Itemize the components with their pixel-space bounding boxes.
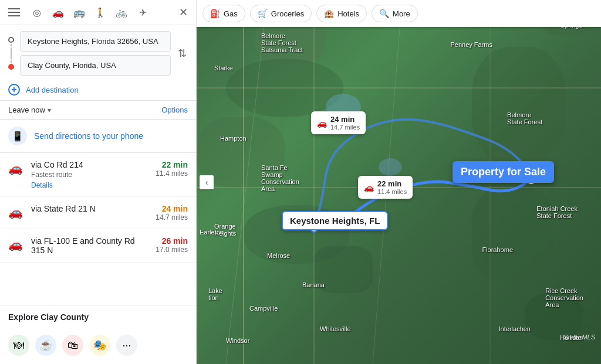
walking-mode-icon[interactable]: 🚶	[94, 6, 107, 19]
explore-entertainment-icon[interactable]: 🎭	[89, 335, 110, 356]
callout-car-icon-24: 🚗	[317, 118, 327, 128]
route-name-2: via FL-100 E and County Rd 315 N	[31, 236, 147, 255]
origin-dot	[8, 37, 14, 43]
route-dots	[8, 37, 14, 70]
destination-input[interactable]	[20, 55, 171, 76]
map-label-whitesville: Whitesville	[320, 325, 351, 332]
route-info-2: via FL-100 E and County Rd 315 N	[31, 236, 147, 255]
callout-22-info: 22 min 11.4 miles	[377, 179, 407, 195]
gas-icon: ⛽	[210, 9, 220, 18]
send-directions-row[interactable]: 📱 Send directions to your phone	[0, 120, 196, 153]
transport-mode-bar: ◎ 🚗 🚌 🚶 🚲 ✈	[31, 6, 168, 19]
route-miles-2: 17.0 miles	[156, 246, 188, 254]
explore-more-icon[interactable]: ···	[116, 335, 137, 356]
filter-hotels-button[interactable]: 🏨 Hotels	[316, 5, 367, 22]
map-label-starke: Starke	[214, 64, 233, 72]
groceries-icon: 🛒	[258, 9, 268, 18]
callout-24-time: 24 min	[330, 115, 360, 124]
route-time-col-1: 24 min 14.7 miles	[156, 204, 188, 222]
swap-button[interactable]: ⇅	[177, 46, 188, 61]
route-time-col-0: 22 min 11.4 miles	[156, 160, 188, 178]
route-item-2[interactable]: 🚗 via FL-100 E and County Rd 315 N 26 mi…	[0, 229, 196, 263]
filter-gas-label: Gas	[224, 9, 238, 18]
map-label-interlachen: Interlachen	[499, 325, 531, 332]
route-sub-0: Fastest route	[31, 171, 147, 179]
route-info-0: via Co Rd 214 Fastest route Details	[31, 160, 147, 189]
map-label-banana: Banana	[302, 281, 325, 288]
callout-24-info: 24 min 14.7 miles	[330, 115, 360, 131]
directions-icon[interactable]: ◎	[31, 6, 43, 19]
panel-header: ◎ 🚗 🚌 🚶 🚲 ✈ ✕	[0, 0, 196, 25]
filter-groceries-button[interactable]: 🛒 Groceries	[250, 5, 312, 22]
transit-mode-icon[interactable]: 🚌	[73, 6, 86, 19]
leave-now-button[interactable]: Leave now ▾	[8, 106, 51, 114]
map-label-rice-creek: Rice CreekConservationArea	[545, 287, 583, 308]
send-directions-label: Send directions to your phone	[34, 131, 143, 141]
map-label-lake: Laketion	[208, 287, 222, 301]
dot-spacer-2	[11, 60, 12, 63]
map-label-campville: Campville	[249, 305, 278, 312]
explore-shopping-icon[interactable]: 🛍	[62, 335, 83, 356]
stellarmls-watermark: StellarMLS	[563, 334, 595, 341]
map-back-button[interactable]: ‹	[200, 175, 214, 189]
property-label: Property for Sale	[461, 166, 546, 178]
callout-22min: 🚗 22 min 11.4 miles	[358, 176, 413, 199]
route-item-1[interactable]: 🚗 via State Rd 21 N 24 min 14.7 miles	[0, 197, 196, 229]
leave-now-row: Leave now ▾ Options	[0, 101, 196, 120]
car-icon-1: 🚗	[8, 205, 23, 219]
car-mode-icon[interactable]: 🚗	[52, 6, 65, 19]
phone-icon: 📱	[8, 127, 27, 145]
explore-title: Explore Clay County	[8, 312, 89, 322]
route-info-1: via State Rd 21 N	[31, 204, 147, 213]
add-destination-label: Add destination	[26, 86, 79, 94]
map-label-belmore-forest2: BelmoreState Forest	[507, 111, 542, 125]
origin-input[interactable]	[20, 31, 171, 52]
property-callout: Property for Sale	[453, 161, 554, 183]
leave-now-label: Leave now	[8, 106, 45, 114]
add-destination-row[interactable]: + Add destination	[0, 79, 196, 101]
filter-groceries-label: Groceries	[271, 9, 304, 18]
route-time-0: 22 min	[156, 160, 188, 169]
filter-more-label: More	[393, 9, 410, 18]
explore-section: Explore Clay County	[0, 305, 196, 329]
explore-coffee-icon[interactable]: ☕	[35, 335, 56, 356]
route-time-col-2: 26 min 17.0 miles	[156, 236, 188, 254]
search-icon: 🔍	[379, 9, 389, 18]
filter-hotels-label: Hotels	[337, 9, 359, 18]
callout-24-miles: 14.7 miles	[330, 124, 360, 131]
map-panel[interactable]: ⛽ Gas 🛒 Groceries 🏨 Hotels 🔍 More Belmor…	[197, 0, 601, 364]
close-icon[interactable]: ✕	[179, 6, 188, 19]
destination-dot	[8, 64, 14, 70]
route-details-link-0[interactable]: Details	[31, 181, 147, 189]
add-destination-icon: +	[8, 84, 20, 96]
map-label-windsor: Windsor	[226, 337, 249, 344]
map-label-sf-swamp: Santa FeSwampConservationArea	[261, 164, 299, 192]
filter-gas-button[interactable]: ⛽ Gas	[202, 5, 245, 22]
route-time-2: 26 min	[156, 236, 188, 246]
map-label-earleton: Earleton	[200, 229, 224, 236]
filter-bar: ⛽ Gas 🛒 Groceries 🏨 Hotels 🔍 More	[197, 0, 601, 27]
keystone-callout: Keystone Heights, FL	[282, 211, 388, 230]
route-name-0: via Co Rd 214	[31, 160, 147, 169]
map-label-etoniah: Etoniah CreekState Forest	[536, 205, 578, 219]
map-label-melrose: Melrose	[267, 252, 290, 259]
route-miles-1: 14.7 miles	[156, 213, 188, 222]
route-inputs: ⇅	[0, 25, 196, 79]
menu-icon[interactable]	[8, 6, 20, 19]
route-item-0[interactable]: 🚗 via Co Rd 214 Fastest route Details 22…	[0, 153, 196, 197]
options-button[interactable]: Options	[161, 106, 188, 114]
routes-list: 🚗 via Co Rd 214 Fastest route Details 22…	[0, 153, 196, 305]
cycling-mode-icon[interactable]: 🚲	[115, 6, 128, 19]
map-label-belmore-forest: BelmoreState ForestSatsuma Tract	[261, 32, 303, 53]
map-label-hampton: Hampton	[220, 135, 247, 142]
callout-car-icon-22: 🚗	[364, 183, 374, 192]
route-miles-0: 11.4 miles	[156, 169, 188, 178]
flight-mode-icon[interactable]: ✈	[136, 6, 149, 19]
dot-line	[11, 47, 12, 59]
explore-food-icon[interactable]: 🍽	[8, 335, 29, 356]
callout-22-miles: 11.4 miles	[377, 188, 407, 195]
left-panel: ◎ 🚗 🚌 🚶 🚲 ✈ ✕ ⇅ + Add destination L	[0, 0, 197, 364]
filter-more-button[interactable]: 🔍 More	[372, 5, 418, 22]
chevron-down-icon: ▾	[48, 106, 51, 114]
route-name-1: via State Rd 21 N	[31, 204, 147, 213]
